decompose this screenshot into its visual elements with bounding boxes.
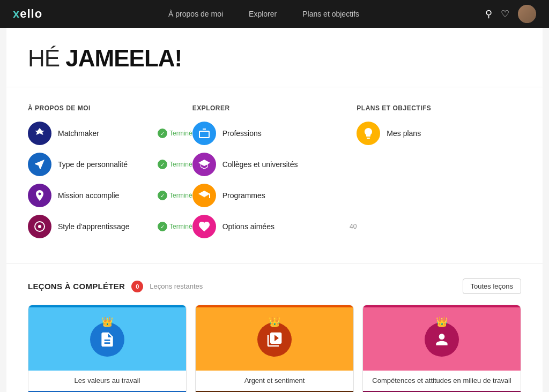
check-icon: ✓ xyxy=(158,191,167,200)
list-item[interactable]: Programmes xyxy=(192,184,357,207)
nav-plans[interactable]: Plans et objectifs xyxy=(302,10,359,18)
options-icon xyxy=(192,215,216,238)
crown-icon: 👑 xyxy=(101,316,113,328)
matchmaker-icon xyxy=(28,122,51,145)
programmes-label: Programmes xyxy=(222,191,357,200)
card-top-orange: 👑 xyxy=(196,305,353,371)
lessons-header: LEÇONS À COMPLÉTER 0 Leçons restantes To… xyxy=(28,278,521,294)
avatar[interactable] xyxy=(518,5,536,23)
card-top-pink: 👑 xyxy=(363,305,521,371)
list-item[interactable]: Type de personnalité ✓ Terminé xyxy=(28,153,192,176)
style-label: Style d'apprentissage xyxy=(58,222,151,231)
avatar-image xyxy=(518,5,536,23)
check-icon: ✓ xyxy=(158,222,167,231)
hero-section: HÉ JAMEELA! xyxy=(6,28,543,87)
plans-label: Mes plans xyxy=(387,129,521,138)
crown-icon: 👑 xyxy=(436,316,448,328)
card-icon-orange: 👑 xyxy=(257,322,292,357)
mission-label: Mission accomplie xyxy=(58,191,151,200)
dashboard: À PROPOS DE MOI Matchmaker ✓ Terminé Typ… xyxy=(6,87,543,263)
mission-status: ✓ Terminé xyxy=(158,191,192,200)
lesson-card[interactable]: 👑 Argent et sentiment Examen xyxy=(195,305,354,392)
favorite-icon[interactable]: ♡ xyxy=(501,8,509,20)
matchmaker-label: Matchmaker xyxy=(58,129,151,138)
explorer-section: EXPLORER Professions Collèges et univers… xyxy=(192,104,357,246)
mission-icon xyxy=(28,184,51,207)
card-label-3: Compétences et attitudes en milieu de tr… xyxy=(363,371,521,391)
card-label-1: Les valeurs au travail xyxy=(28,371,186,391)
card-label-2: Argent et sentiment xyxy=(196,371,353,391)
check-icon: ✓ xyxy=(158,160,167,169)
nav-about[interactable]: À propos de moi xyxy=(168,10,223,18)
search-icon[interactable]: ⚲ xyxy=(485,8,492,20)
list-item[interactable]: Style d'apprentissage ✓ Terminé xyxy=(28,215,192,238)
personality-status: ✓ Terminé xyxy=(158,160,192,169)
options-count: 40 xyxy=(350,223,357,230)
professions-label: Professions xyxy=(222,129,357,138)
navbar-right: ⚲ ♡ xyxy=(485,5,536,23)
about-title: À PROPOS DE MOI xyxy=(28,104,192,112)
check-icon: ✓ xyxy=(158,129,167,138)
options-label: Options aimées xyxy=(222,222,341,231)
lesson-cards: 👑 Les valeurs au travail Examen 👑 Argent… xyxy=(28,305,521,392)
lessons-remaining: Leçons restantes xyxy=(150,282,203,290)
programmes-icon xyxy=(192,184,216,207)
about-section: À PROPOS DE MOI Matchmaker ✓ Terminé Typ… xyxy=(28,104,192,246)
style-icon xyxy=(28,215,51,238)
lesson-card[interactable]: 👑 Compétences et attitudes en milieu de … xyxy=(362,305,521,392)
lessons-title: LEÇONS À COMPLÉTER xyxy=(28,282,125,291)
nav-center: À propos de moi Explorer Plans et object… xyxy=(42,10,485,18)
colleges-label: Collèges et universités xyxy=(222,160,357,169)
crown-icon: 👑 xyxy=(269,316,280,328)
list-item[interactable]: Mes plans xyxy=(357,122,521,145)
svg-point-0 xyxy=(38,225,41,228)
greeting-prefix: HÉ xyxy=(28,45,65,71)
list-item[interactable]: Options aimées 40 xyxy=(192,215,357,238)
personality-label: Type de personnalité xyxy=(58,160,151,169)
lessons-badge: 0 xyxy=(131,281,143,292)
card-icon-blue: 👑 xyxy=(90,322,124,357)
main-container: HÉ JAMEELA! À PROPOS DE MOI Matchmaker ✓… xyxy=(6,28,543,392)
hero-greeting: HÉ JAMEELA! xyxy=(28,45,521,72)
plans-section: PLANS ET OBJECTIFS Mes plans xyxy=(357,104,521,246)
list-item[interactable]: Collèges et universités xyxy=(192,153,357,176)
card-top-blue: 👑 xyxy=(28,305,186,371)
professions-icon xyxy=(192,122,216,145)
lessons-section: LEÇONS À COMPLÉTER 0 Leçons restantes To… xyxy=(6,263,543,392)
card-icon-pink: 👑 xyxy=(425,322,459,357)
logo[interactable]: xello xyxy=(13,7,42,21)
explorer-title: EXPLORER xyxy=(192,104,357,112)
nav-explorer[interactable]: Explorer xyxy=(249,10,277,18)
matchmaker-status: ✓ Terminé xyxy=(158,129,192,138)
list-item[interactable]: Matchmaker ✓ Terminé xyxy=(28,122,192,145)
personality-icon xyxy=(28,153,51,176)
navbar: xello À propos de moi Explorer Plans et … xyxy=(0,0,549,28)
greeting-name: JAMEELA! xyxy=(65,45,182,71)
plans-title: PLANS ET OBJECTIFS xyxy=(357,104,521,112)
style-status: ✓ Terminé xyxy=(158,222,192,231)
plans-icon xyxy=(357,122,380,145)
all-lessons-button[interactable]: Toutes leçons xyxy=(463,278,522,294)
list-item[interactable]: Professions xyxy=(192,122,357,145)
lesson-card[interactable]: 👑 Les valeurs au travail Examen xyxy=(28,305,187,392)
list-item[interactable]: Mission accomplie ✓ Terminé xyxy=(28,184,192,207)
colleges-icon xyxy=(192,153,216,176)
